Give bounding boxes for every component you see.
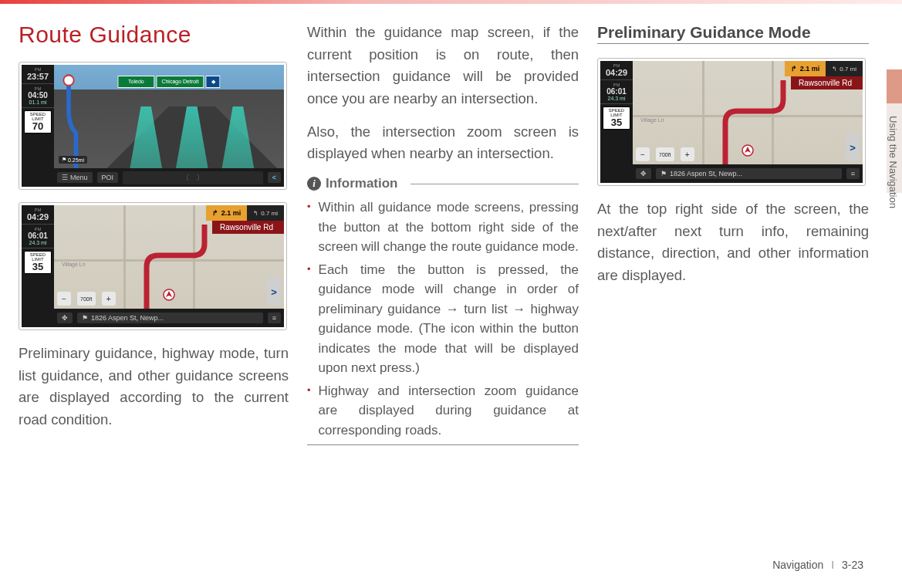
subsection-heading: Preliminary Guidance Mode — [597, 23, 869, 44]
clock-time: 04:29 — [23, 212, 52, 221]
list-item: •Within all guidance mode screens, press… — [307, 198, 579, 257]
information-bullet-list: •Within all guidance mode screens, press… — [307, 198, 579, 440]
status-strip: PM23:57 PM04:5001.1 mi SPEED LIMIT70 — [22, 65, 54, 187]
list-item: •Each time the button is pressed, the gu… — [307, 260, 579, 378]
information-callout-header: i Information — [307, 176, 579, 191]
zoom-out-button[interactable]: − — [636, 147, 650, 161]
mode-toggle-button[interactable]: < — [268, 172, 281, 183]
zoom-in-button[interactable]: + — [681, 147, 694, 161]
compass-button[interactable]: ✥ — [636, 168, 651, 179]
street-label: Village Ln — [62, 262, 86, 267]
address-readout: ⚑1826 Aspen St, Newp... — [77, 313, 263, 323]
flag-icon: ⚑ — [660, 170, 667, 177]
screenshot-highway-guidance: PM23:57 PM04:5001.1 mi SPEED LIMIT70 Tol… — [19, 62, 287, 190]
map-viewport: Village Ln ↱2.1 mi ↰0.7 mi Rawsonville R… — [54, 205, 284, 327]
road-name-banner: Rawsonville Rd — [791, 76, 863, 90]
toolbar-slot: 〔 〕 — [123, 171, 263, 184]
scale-readout: 700ft — [656, 147, 674, 161]
eta-distance: 24.3 mi — [23, 240, 52, 245]
map-viewport-highway: Toledo Chicago Detroit ◆ ⚑0.25mi ☰Menu P… — [54, 65, 284, 187]
bullet-icon: • — [307, 198, 311, 257]
road-name-banner: Rawsonville Rd — [212, 221, 284, 234]
mode-toggle-button[interactable]: > — [267, 278, 281, 306]
sign-shield-icon: ◆ — [206, 76, 221, 88]
overhead-signs: Toledo Chicago Detroit ◆ — [117, 76, 220, 88]
speed-limit-sign: SPEED LIMIT35 — [24, 251, 52, 274]
callout-end-rule — [307, 444, 579, 445]
bullet-icon: • — [307, 260, 311, 378]
zoom-controls: − 700ft + — [57, 292, 116, 306]
footer-chapter: Navigation — [772, 559, 823, 571]
list-item: •Highway and intersection zoom guidance … — [307, 381, 579, 441]
column-3: Preliminary Guidance Mode PM04:29 PM06:0… — [597, 22, 869, 445]
street-label: Village Ln — [640, 117, 664, 123]
eta-time: 04:50 — [23, 91, 52, 100]
eta-time: 06:01 — [602, 87, 631, 96]
zoom-controls: − 700ft + — [636, 147, 694, 161]
speed-limit-sign: SPEED LIMIT35 — [603, 106, 630, 130]
page-content: Route Guidance PM23:57 PM04:5001.1 mi SP… — [0, 0, 902, 445]
col2-paragraph-1: Within the guidance map screen, if the c… — [307, 22, 579, 110]
footer-page-number: 3-23 — [842, 559, 863, 571]
flag-icon: ⚑ — [62, 157, 66, 163]
flag-icon: ⚑ — [82, 314, 88, 322]
bottom-toolbar: ✥ ⚑1826 Aspen St, Newp... ≡ — [54, 309, 284, 327]
page-title: Route Guidance — [19, 22, 289, 48]
bullet-icon: • — [307, 381, 311, 441]
sign-chicago-detroit: Chicago Detroit — [156, 76, 204, 88]
turn-banner: ↱2.1 mi ↰0.7 mi — [785, 61, 863, 76]
turn-left-icon: ↰ — [832, 66, 837, 73]
mode-toggle-button[interactable]: > — [846, 133, 860, 161]
turn-banner: ↱2.1 mi ↰0.7 mi — [206, 205, 284, 221]
zoom-in-button[interactable]: + — [102, 292, 116, 306]
col1-paragraph: Preliminary guidance, highway mode, turn… — [19, 343, 289, 431]
clock-time: 04:29 — [602, 68, 631, 77]
vehicle-cursor-icon — [742, 144, 754, 157]
eta-distance: 01.1 mi — [23, 100, 52, 105]
footer-separator: I — [831, 559, 834, 571]
zoom-out-button[interactable]: − — [57, 292, 71, 306]
svg-point-0 — [63, 75, 73, 85]
col3-paragraph: At the top right side of the screen, the… — [597, 198, 869, 287]
menu-icon: ☰ — [62, 174, 68, 181]
scale-readout: 700ft — [77, 292, 96, 306]
eta-time: 06:01 — [23, 231, 52, 240]
list-mode-button[interactable]: ≡ — [268, 313, 281, 323]
bottom-toolbar: ☰Menu POI 〔 〕 < — [54, 168, 284, 187]
map-viewport: Village Ln ↱2.1 mi ↰0.7 mi Rawsonville R… — [633, 61, 863, 183]
turn-distance: 2.1 mi — [800, 65, 820, 73]
column-1: Route Guidance PM23:57 PM04:5001.1 mi SP… — [19, 22, 289, 445]
screenshot-preliminary-guidance-2: PM04:29 PM06:0124.3 mi SPEED LIMIT35 Vil… — [597, 58, 866, 186]
information-label: Information — [326, 176, 398, 191]
turn-right-icon: ↱ — [212, 209, 218, 217]
clock-time: 23:57 — [23, 72, 52, 81]
eta-distance: 24.3 mi — [602, 96, 631, 101]
vehicle-cursor-icon — [163, 289, 175, 301]
page-footer: Navigation I 3-23 — [772, 559, 863, 571]
compass-icon: ✥ — [62, 314, 68, 322]
next-turn-distance: 0.7 mi — [261, 210, 278, 217]
compass-icon: ✥ — [640, 170, 647, 177]
turn-distance: 2.1 mi — [221, 209, 242, 217]
status-strip: PM04:29 PM06:0124.3 mi SPEED LIMIT35 — [600, 61, 633, 183]
poi-button[interactable]: POI — [97, 172, 119, 183]
next-turn-distance: 0.7 mi — [840, 66, 856, 73]
column-2: Within the guidance map screen, if the c… — [307, 22, 579, 445]
info-icon: i — [307, 177, 321, 191]
list-mode-button[interactable]: ≡ — [846, 168, 860, 179]
list-icon: ≡ — [272, 314, 276, 322]
speed-limit-sign: SPEED LIMIT70 — [24, 110, 52, 133]
turn-right-icon: ↱ — [791, 65, 797, 73]
sign-toledo: Toledo — [117, 76, 154, 88]
address-readout: ⚑1826 Aspen St, Newp... — [656, 168, 842, 179]
col2-paragraph-2: Also, the intersection zoom screen is di… — [307, 121, 579, 165]
status-strip: PM04:29 PM06:0124.3 mi SPEED LIMIT35 — [22, 205, 54, 327]
list-icon: ≡ — [851, 170, 855, 177]
menu-button[interactable]: ☰Menu — [57, 172, 93, 183]
bottom-toolbar: ✥ ⚑1826 Aspen St, Newp... ≡ — [633, 164, 863, 183]
screenshot-preliminary-guidance-1: PM04:29 PM06:0124.3 mi SPEED LIMIT35 Vil… — [19, 202, 287, 330]
turn-left-icon: ↰ — [253, 210, 258, 217]
compass-button[interactable]: ✥ — [57, 313, 73, 323]
scale-indicator: ⚑0.25mi — [59, 156, 87, 164]
